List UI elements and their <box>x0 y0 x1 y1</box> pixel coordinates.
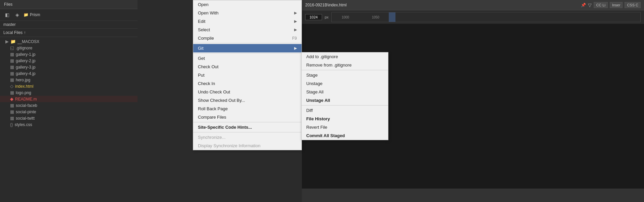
submenu-arrow: ▶ <box>294 19 297 24</box>
menu-show-checked-out-by[interactable]: Show Checked Out By... <box>193 96 302 105</box>
menu-get[interactable]: Get <box>193 54 302 63</box>
submenu-arrow: ▶ <box>294 11 297 15</box>
menu-git-stage-all[interactable]: Stage All <box>302 88 388 96</box>
branch-label: master <box>0 21 138 29</box>
menu-edit[interactable]: Edit ▶ <box>193 17 302 26</box>
menu-git-remove-from-gitignore[interactable]: Remove from .gitignore <box>302 61 388 69</box>
folder-icon: 📁 <box>10 39 16 44</box>
list-item[interactable]: ▦ gallery-4.jp <box>0 70 138 77</box>
ruler: 1000 1050 <box>331 12 641 22</box>
image-icon: ▦ <box>10 109 14 114</box>
file-icon: ◱ <box>10 45 14 50</box>
image-icon: ▦ <box>10 103 14 108</box>
file-title: 2016-0921B\index.html <box>305 3 346 7</box>
file-tree: ▶ 📁 __MACOSX ◱ .gitignore ▦ gallery-1.jp… <box>0 37 138 129</box>
ruler-marker[interactable] <box>389 12 395 22</box>
menu-roll-back-page[interactable]: Roll Back Page <box>193 105 302 113</box>
ruler-mark-2: 1050 <box>372 15 379 19</box>
submenu-arrow: ▶ <box>294 28 297 32</box>
context-menu-git: Add to .gitignore Remove from .gitignore… <box>301 52 388 140</box>
menu-git-file-history[interactable]: File History <box>302 115 388 123</box>
image-icon: ▦ <box>10 71 14 76</box>
list-item[interactable]: {} styles.css <box>0 121 138 128</box>
css-icon: {} <box>10 122 13 127</box>
image-icon: ▦ <box>10 58 14 63</box>
menu-git-unstage[interactable]: Unstage <box>302 79 388 88</box>
menu-separator <box>193 122 302 122</box>
menu-git-unstage-all[interactable]: Unstage All <box>302 96 388 105</box>
menu-git-add-to-gitignore[interactable]: Add to .gitignore <box>302 52 388 61</box>
insert-button[interactable]: Inser <box>610 2 623 8</box>
list-item[interactable]: ◱ .gitignore <box>0 45 138 51</box>
list-item[interactable]: ▦ social-faceb <box>0 102 138 109</box>
menu-check-out[interactable]: Check Out <box>193 63 302 71</box>
menu-separator <box>193 43 302 43</box>
filter-icon[interactable]: ▽ <box>588 2 592 8</box>
list-item[interactable]: ▦ gallery-3.jp <box>0 64 138 70</box>
files-panel: Files ◧ ◈ 📁 Prism master Local Files ↑ ▶… <box>0 0 138 202</box>
list-item[interactable]: ▦ gallery-2.jp <box>0 57 138 64</box>
menu-site-specific-code-hints[interactable]: Site-Specific Code Hints... <box>193 123 302 131</box>
px-label: px <box>325 15 329 19</box>
image-icon: ▦ <box>10 90 14 95</box>
menu-git-revert-file[interactable]: Revert File <box>302 123 388 131</box>
list-item[interactable]: ▦ logo.png <box>0 89 138 96</box>
image-icon: ▦ <box>10 52 14 57</box>
files-toolbar-icon1[interactable]: ◧ <box>3 11 11 18</box>
menu-open-with[interactable]: Open With ▶ <box>193 9 302 17</box>
list-item[interactable]: ◇ index.html <box>0 83 138 89</box>
menu-git-stage[interactable]: Stage <box>302 71 388 79</box>
menu-display-sync-info[interactable]: Display Synchronize Information <box>193 142 302 150</box>
prism-label: 📁 Prism <box>23 12 40 17</box>
files-header: Files <box>0 0 138 9</box>
list-item[interactable]: ▦ social-twitt <box>0 115 138 121</box>
ruler-mark-1: 1000 <box>342 15 349 19</box>
expand-icon: ▶ <box>5 39 9 44</box>
cc-button[interactable]: CC Li <box>594 2 608 8</box>
menu-put[interactable]: Put <box>193 71 302 79</box>
right-header: 2016-0921B\index.html 📌 ▽ CC Li Inser CS… <box>302 0 644 10</box>
list-item[interactable]: ▶ 📁 __MACOSX <box>0 38 138 45</box>
file-icon: ◆ <box>10 96 13 102</box>
list-item[interactable]: ▦ hero.jpg <box>0 77 138 83</box>
list-item[interactable]: ▦ gallery-1.jp <box>0 51 138 57</box>
context-menu-main: Open Open With ▶ Edit ▶ Select ▶ Compile… <box>193 0 302 150</box>
menu-separator <box>302 105 388 106</box>
image-icon: ▦ <box>10 116 14 121</box>
list-item[interactable]: ◆ README.m <box>0 96 138 102</box>
files-title: Files <box>4 2 12 7</box>
submenu-arrow: ▶ <box>294 46 297 50</box>
list-item[interactable]: ▦ social-pinte <box>0 109 138 115</box>
files-toolbar-icon2[interactable]: ◈ <box>13 11 21 18</box>
px-input[interactable] <box>305 14 322 20</box>
menu-separator <box>193 53 302 53</box>
menu-git-commit-all-staged[interactable]: Commit All Staged <box>302 131 388 140</box>
image-icon: ▦ <box>10 77 14 82</box>
menu-synchronize[interactable]: Synchronize... <box>193 133 302 142</box>
ruler-area: px 1000 1050 <box>302 10 644 24</box>
css-button[interactable]: CSS C <box>625 2 641 8</box>
menu-git-diff[interactable]: Diff <box>302 106 388 115</box>
pin-icon[interactable]: 📌 <box>581 3 586 7</box>
image-icon: ▦ <box>10 65 14 70</box>
menu-check-in[interactable]: Check In <box>193 79 302 88</box>
menu-git[interactable]: Git ▶ <box>193 44 302 52</box>
menu-separator <box>193 132 302 132</box>
local-files-label: Local Files ↑ <box>0 29 138 37</box>
header-actions: 📌 ▽ CC Li Inser CSS C <box>581 2 641 8</box>
menu-compile[interactable]: Compile F9 <box>193 34 302 42</box>
html-icon: ◇ <box>10 84 13 89</box>
files-toolbar: ◧ ◈ 📁 Prism <box>0 9 138 21</box>
menu-open[interactable]: Open <box>193 0 302 9</box>
menu-select[interactable]: Select ▶ <box>193 26 302 34</box>
menu-undo-check-out[interactable]: Undo Check Out <box>193 88 302 96</box>
menu-separator <box>302 70 388 70</box>
menu-compare-files[interactable]: Compare Files <box>193 113 302 121</box>
